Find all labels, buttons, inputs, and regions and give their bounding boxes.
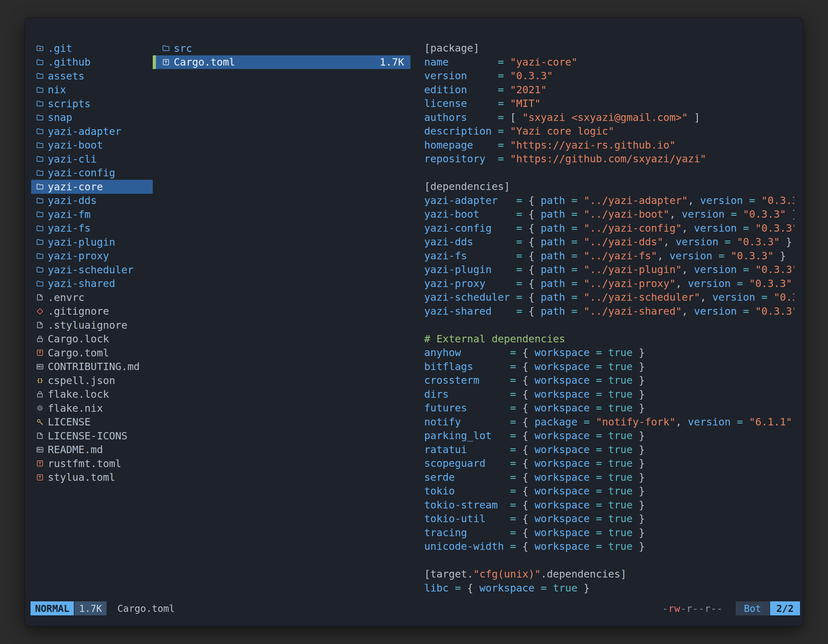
item-label: flake.lock [48, 388, 109, 400]
folder-icon [36, 113, 44, 122]
file-item-.gitignore[interactable]: .gitignore [31, 304, 153, 318]
parent-pane[interactable]: .git.githubassetsnixscriptssnapyazi-adap… [31, 41, 153, 484]
file-item-rustfmt.toml[interactable]: rustfmt.toml [31, 457, 153, 471]
item-label: LICENSE [48, 416, 91, 428]
file-item-flake.nix[interactable]: flake.nix [31, 401, 153, 415]
dir-item-yazi-adapter[interactable]: yazi-adapter [31, 124, 153, 138]
dir-item-yazi-fs[interactable]: yazi-fs [31, 221, 153, 235]
preview-line: edition = "2021" [424, 83, 794, 97]
dir-item-snap[interactable]: snap [31, 111, 153, 125]
folder-icon [36, 155, 44, 163]
preview-line: yazi-scheduler = { path = "../yazi-sched… [424, 290, 794, 304]
terminal-window[interactable]: .git.githubassetsnixscriptssnapyazi-adap… [25, 17, 803, 626]
file-item-README.md[interactable]: README.md [31, 443, 153, 457]
item-label: yazi-plugin [48, 236, 115, 248]
preview-line [424, 554, 794, 568]
preview-line: version = "0.3.3" [424, 69, 794, 83]
file-permissions: -rw-r--r-- [662, 603, 723, 614]
preview-line: notify = { package = "notify-fork", vers… [424, 415, 794, 429]
gear-icon [36, 404, 44, 412]
preview-line: serde = { workspace = true } [424, 471, 794, 484]
dir-item-yazi-config[interactable]: yazi-config [31, 166, 153, 180]
item-label: README.md [48, 443, 103, 456]
dir-item-src[interactable]: src [153, 41, 411, 55]
file-item-Cargo.lock[interactable]: Cargo.lock [31, 332, 153, 346]
dir-item-yazi-plugin[interactable]: yazi-plugin [31, 235, 153, 249]
file-item-stylua.toml[interactable]: stylua.toml [31, 471, 153, 484]
preview-line [424, 318, 794, 332]
item-label: flake.nix [48, 402, 103, 414]
dir-item-yazi-shared[interactable]: yazi-shared [31, 277, 153, 291]
git-icon [36, 307, 44, 316]
braces-icon: {} [36, 376, 44, 385]
dir-item-yazi-scheduler[interactable]: yazi-scheduler [31, 263, 153, 277]
file-item-Cargo.toml[interactable]: Cargo.toml [31, 346, 153, 360]
item-label: yazi-scheduler [48, 264, 134, 276]
dir-item-yazi-dds[interactable]: yazi-dds [31, 194, 153, 208]
folder-icon [36, 169, 44, 177]
dir-item-scripts[interactable]: scripts [31, 97, 153, 111]
folder-icon [36, 279, 44, 288]
dir-item-yazi-boot[interactable]: yazi-boot [31, 138, 153, 152]
file-item-.envrc[interactable]: .envrc [31, 290, 153, 304]
file-item-.styluaignore[interactable]: .styluaignore [31, 318, 153, 332]
scroll-position-label-badge: Bot [736, 602, 770, 615]
folder-icon [36, 238, 44, 246]
file-item-flake.lock[interactable]: flake.lock [31, 387, 153, 401]
file-size-badge: 1.7K [74, 602, 106, 615]
status-filename: Cargo.toml [118, 603, 175, 614]
preview-line: homepage = "https://yazi-rs.github.io" [424, 138, 794, 152]
git-folder-icon [36, 44, 44, 53]
toml-icon [36, 459, 44, 468]
preview-line: bitflags = { workspace = true } [424, 360, 794, 374]
item-label: .github [48, 56, 91, 68]
md-icon [36, 362, 44, 371]
item-label: yazi-fm [48, 208, 91, 221]
file-item-cspell.json[interactable]: {}cspell.json [31, 373, 153, 387]
file-manager-panes: .git.githubassetsnixscriptssnapyazi-adap… [25, 17, 803, 602]
preview-line: name = "yazi-core" [424, 55, 794, 69]
preview-line: ratatui = { workspace = true } [424, 443, 794, 457]
dir-item-.git[interactable]: .git [31, 41, 153, 55]
item-label: LICENSE-ICONS [48, 430, 127, 442]
dir-item-yazi-cli[interactable]: yazi-cli [31, 152, 153, 166]
item-label: .gitignore [48, 305, 109, 317]
item-label: yazi-boot [48, 139, 103, 151]
key-icon [36, 418, 44, 426]
item-label: yazi-adapter [48, 125, 121, 138]
dir-item-.github[interactable]: .github [31, 55, 153, 69]
md-icon [36, 445, 44, 454]
file-item-Cargo.toml[interactable]: Cargo.toml1.7K [153, 55, 411, 69]
preview-line: libc = { workspace = true } [424, 581, 794, 595]
file-item-LICENSE-ICONS[interactable]: LICENSE-ICONS [31, 429, 153, 443]
folder-icon [36, 86, 44, 94]
item-label: snap [48, 111, 72, 124]
dir-item-yazi-core[interactable]: yazi-core [31, 180, 153, 194]
item-label: src [174, 42, 192, 55]
item-label: yazi-config [48, 167, 115, 179]
file-item-LICENSE[interactable]: LICENSE [31, 415, 153, 429]
item-label: .envrc [48, 291, 85, 304]
folder-icon [36, 210, 44, 219]
lock-icon [36, 335, 44, 343]
dir-item-yazi-proxy[interactable]: yazi-proxy [31, 249, 153, 263]
folder-icon [36, 72, 44, 80]
folder-icon [162, 44, 170, 53]
item-label: yazi-dds [48, 194, 97, 207]
preview-line: tokio-util = { workspace = true } [424, 512, 794, 526]
preview-line: repository = "https://github.com/sxyazi/… [424, 152, 794, 166]
dir-item-nix[interactable]: nix [31, 83, 153, 97]
file-item-CONTRIBUTING.md[interactable]: CONTRIBUTING.md [31, 360, 153, 374]
dir-item-assets[interactable]: assets [31, 69, 153, 83]
preview-pane[interactable]: [package]name = "yazi-core"version = "0.… [424, 41, 794, 595]
item-label: yazi-cli [48, 153, 97, 165]
preview-line: unicode-width = { workspace = true } [424, 540, 794, 554]
current-pane[interactable]: srcCargo.toml1.7K [153, 41, 411, 69]
status-bar: NORMAL 1.7K Cargo.toml -rw-r--r-- Bot 2/… [31, 602, 800, 615]
preview-line: yazi-boot = { path = "../yazi-boot", ver… [424, 207, 794, 221]
mode-badge: NORMAL [31, 602, 74, 615]
preview-line [424, 166, 794, 180]
item-label: yazi-shared [48, 277, 115, 290]
dir-item-yazi-fm[interactable]: yazi-fm [31, 207, 153, 221]
item-label: yazi-proxy [48, 250, 109, 262]
